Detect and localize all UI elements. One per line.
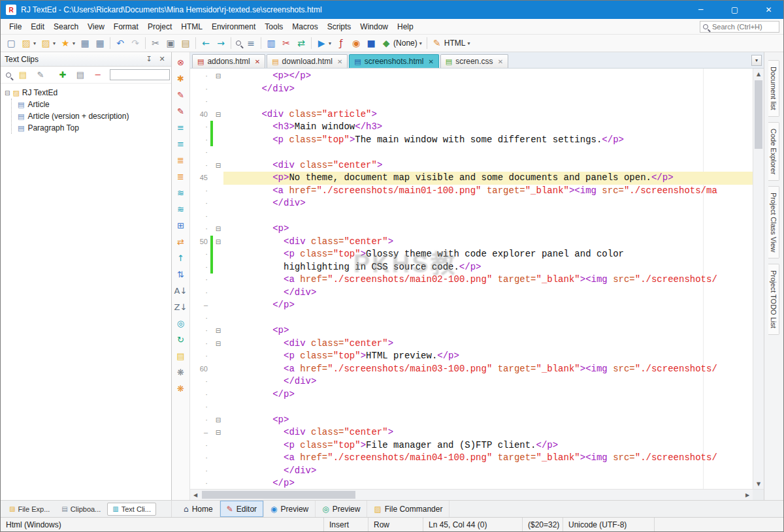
fold-icon[interactable]: ⊟ bbox=[213, 223, 223, 236]
editor-line[interactable]: 45 <p>No theme, document map visible and… bbox=[190, 172, 753, 185]
tree-item[interactable]: ▤Article bbox=[18, 99, 167, 110]
insert-block-icon[interactable]: ⊞ bbox=[174, 219, 188, 232]
horizontal-scrollbar[interactable]: ◀ ▶ bbox=[190, 489, 764, 500]
editor-line[interactable]: 40⊟ <div class="article"> bbox=[190, 108, 753, 121]
scroll-down-icon[interactable]: ▼ bbox=[753, 478, 764, 489]
open-remote-button[interactable]: ▨▾ bbox=[39, 36, 57, 50]
editor-line[interactable]: ·⊟ <p> bbox=[190, 414, 753, 427]
hscroll-track[interactable] bbox=[201, 490, 742, 500]
pen-icon[interactable]: ✎ bbox=[174, 104, 188, 117]
sync-scroll-button[interactable]: ⇄ bbox=[294, 36, 308, 50]
editor-line[interactable]: ·⊟ <div class="center"> bbox=[190, 337, 753, 351]
pin-icon[interactable]: ↧ bbox=[144, 55, 154, 63]
menu-project[interactable]: Project bbox=[143, 20, 176, 33]
find-clip-button[interactable] bbox=[4, 68, 13, 82]
tab-screen.css[interactable]: ▤screen.css✕ bbox=[440, 54, 508, 68]
editor-line[interactable]: ·⊟ <p> bbox=[190, 324, 753, 337]
align-left-icon[interactable]: ≡ bbox=[174, 121, 188, 134]
goto-line-button[interactable]: ≡ bbox=[244, 36, 258, 50]
editor-line[interactable]: · </div> bbox=[190, 287, 753, 300]
maximize-button[interactable]: ▢ bbox=[720, 1, 749, 19]
view-file-commander-button[interactable]: ▨File Commander bbox=[367, 501, 449, 517]
view-home-button[interactable]: ⌂Home bbox=[177, 501, 220, 517]
fold-icon[interactable]: ⊟ bbox=[213, 159, 223, 172]
scroll-right-icon[interactable]: ▶ bbox=[742, 490, 753, 500]
clip-filter-input[interactable] bbox=[110, 69, 170, 80]
view-preview-button[interactable]: ◉Preview bbox=[264, 501, 316, 517]
tab-addons.html[interactable]: ▤addons.html✕ bbox=[192, 54, 265, 68]
right-tab-document-list[interactable]: Document list bbox=[768, 60, 779, 117]
delete-lines-button[interactable]: ✂ bbox=[279, 36, 293, 50]
wrap-on-icon[interactable]: ≋ bbox=[174, 186, 188, 199]
vscroll-thumb[interactable] bbox=[755, 80, 762, 149]
menu-file[interactable]: File bbox=[5, 20, 26, 33]
editor-line[interactable]: · <a href="./screenshots/main01-100.png"… bbox=[190, 185, 753, 198]
cut-button[interactable]: ✂ bbox=[148, 36, 163, 50]
fold-icon[interactable]: ⊟ bbox=[213, 414, 223, 427]
vscroll-track[interactable] bbox=[753, 79, 764, 478]
menu-tools[interactable]: Tools bbox=[260, 20, 287, 33]
editor-line[interactable]: · <p class="top">Glossy theme with code … bbox=[190, 248, 753, 261]
fold-icon[interactable]: ⊟ bbox=[213, 337, 223, 351]
scroll-up-icon[interactable]: ▲ bbox=[753, 69, 764, 79]
settings-icon[interactable]: ❋ bbox=[174, 366, 188, 379]
editor-line[interactable]: · <p class="top">HTML preview.</p> bbox=[190, 350, 753, 363]
view-editor-button[interactable]: ✎Editor bbox=[220, 501, 264, 517]
panel-close-icon[interactable]: ✕ bbox=[157, 55, 167, 63]
tab-close-icon[interactable]: ✕ bbox=[255, 58, 260, 65]
close-button[interactable]: ✕ bbox=[754, 1, 783, 19]
tree-root[interactable]: ⊟ ▨ RJ TextEd bbox=[5, 87, 167, 99]
view-preview-button[interactable]: ◎Preview bbox=[316, 501, 367, 517]
menu-edit[interactable]: Edit bbox=[26, 20, 49, 33]
tools-icon[interactable]: ❋ bbox=[174, 382, 188, 395]
template-icon[interactable]: ▤ bbox=[174, 349, 188, 362]
editor-line[interactable]: · <a href="./screenshots/main04-100.png"… bbox=[190, 452, 753, 465]
editor-line[interactable]: · </p> bbox=[190, 477, 753, 489]
panel-tab-fileexp[interactable]: ▨File Exp... bbox=[4, 503, 55, 516]
menu-view[interactable]: View bbox=[83, 20, 109, 33]
edit-clip-text-button[interactable]: ▤ bbox=[73, 68, 88, 82]
undo-button[interactable]: ↶ bbox=[113, 36, 127, 50]
hscroll-thumb[interactable] bbox=[202, 491, 355, 499]
new-file-button[interactable]: ▢ bbox=[4, 36, 18, 50]
navigate-back-button[interactable]: ← bbox=[199, 36, 213, 50]
editor-line[interactable]: · highlighting in CSS source code.</p> bbox=[190, 261, 753, 274]
menu-environment[interactable]: Environment bbox=[207, 20, 260, 33]
tab-close-icon[interactable]: ✕ bbox=[498, 58, 503, 65]
redo-button[interactable]: ↷ bbox=[128, 36, 142, 50]
navigate-forward-button[interactable]: → bbox=[214, 36, 228, 50]
move-up-icon[interactable]: ↑ bbox=[174, 251, 188, 264]
script-select-dropdown[interactable]: ◆(None)▾ bbox=[379, 36, 424, 50]
editor-line[interactable]: · bbox=[190, 210, 753, 223]
fold-icon[interactable]: ⊟ bbox=[213, 108, 223, 121]
panel-tab-clipboa[interactable]: ▤Clipboa... bbox=[56, 503, 106, 516]
editor-line[interactable]: ·⊟ <p></p> bbox=[190, 70, 753, 83]
tree-item[interactable]: ▤Article (version + description) bbox=[18, 110, 167, 122]
editor-line[interactable]: · </div> bbox=[190, 197, 753, 210]
editor-line[interactable]: –⊟ <div class="center"> bbox=[190, 426, 753, 439]
fold-icon[interactable]: ⊟ bbox=[213, 324, 223, 337]
right-tab-project-todo-list[interactable]: Project TODO List bbox=[768, 264, 779, 335]
editor-line[interactable]: · <h3>Main window</h3> bbox=[190, 121, 753, 134]
open-file-button[interactable]: ▨▾ bbox=[19, 36, 38, 50]
menu-macros[interactable]: Macros bbox=[287, 20, 322, 33]
preview-document-button[interactable]: ▥ bbox=[264, 36, 278, 50]
save-button[interactable]: ▦ bbox=[78, 36, 92, 50]
favorites-button[interactable]: ★▾ bbox=[58, 36, 77, 50]
unordered-list-icon[interactable]: ≣ bbox=[174, 170, 188, 183]
editor-line[interactable]: · bbox=[190, 401, 753, 414]
sort-za-icon[interactable]: Z↓ bbox=[174, 300, 188, 313]
sort-icon[interactable]: ⇅ bbox=[174, 268, 188, 281]
fold-icon[interactable]: ⊟ bbox=[213, 426, 223, 439]
color-format-icon[interactable]: ✱ bbox=[174, 72, 188, 85]
target-icon[interactable]: ◎ bbox=[174, 317, 188, 330]
editor-line[interactable]: · bbox=[190, 95, 753, 108]
macro-record-button[interactable]: ◉ bbox=[349, 36, 363, 50]
editor-line[interactable]: · bbox=[190, 312, 753, 325]
editor-line[interactable]: · <p class="top">File manager and (S)FTP… bbox=[190, 439, 753, 452]
add-clip-button[interactable]: ✚ bbox=[55, 68, 71, 82]
copy-button[interactable]: ▣ bbox=[163, 36, 178, 50]
editor-line[interactable]: 50⊟ <div class="center"> bbox=[190, 236, 753, 249]
editor-line[interactable]: · <a href="./screenshots/main02-100.png"… bbox=[190, 274, 753, 287]
menu-search[interactable]: Search bbox=[49, 20, 83, 33]
